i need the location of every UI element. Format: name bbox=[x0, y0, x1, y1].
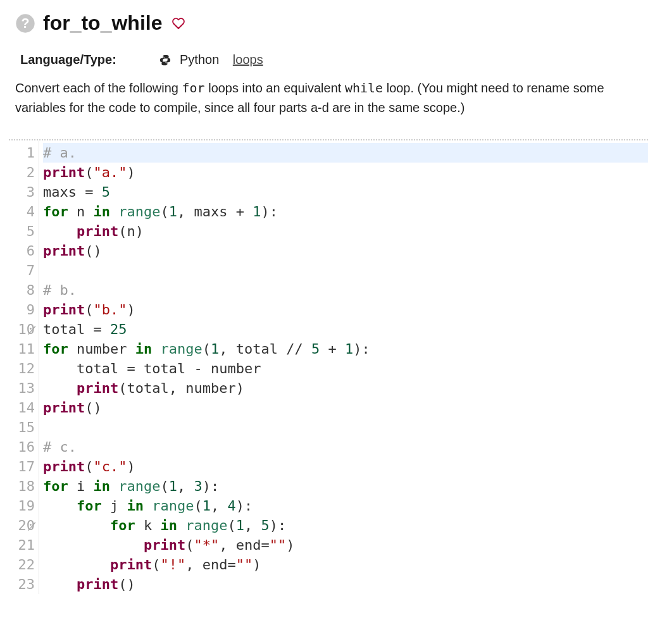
line-number: 17 bbox=[15, 457, 35, 476]
code-line: for k in range(1, 5): bbox=[43, 516, 648, 535]
title-row: ? for_to_while bbox=[15, 0, 633, 35]
tag-link-loops[interactable]: loops bbox=[233, 53, 263, 67]
language-name: Python bbox=[180, 53, 219, 67]
code-line: for n in range(1, maxs + 1): bbox=[43, 202, 648, 221]
desc-code-while: while bbox=[345, 80, 383, 96]
line-number: 1 bbox=[15, 143, 35, 163]
line-number: 11 bbox=[15, 339, 35, 359]
line-number: 18 bbox=[15, 476, 35, 496]
line-number: 12 bbox=[15, 359, 35, 378]
code-line: for j in range(1, 4): bbox=[43, 496, 648, 516]
code-line: print(total, number) bbox=[43, 378, 648, 398]
meta-label: Language/Type: bbox=[20, 53, 153, 67]
line-number: 14 bbox=[15, 398, 35, 418]
line-number: 6 bbox=[15, 241, 35, 261]
line-number: 9 bbox=[15, 300, 35, 319]
svg-point-2 bbox=[163, 56, 164, 57]
line-number: 2 bbox=[15, 163, 35, 182]
line-number: 4 bbox=[15, 202, 35, 221]
svg-point-3 bbox=[166, 63, 168, 65]
code-line: print("a.") bbox=[43, 163, 648, 182]
line-number: 13 bbox=[15, 378, 35, 398]
page-title: for_to_while bbox=[43, 11, 162, 35]
help-icon: ? bbox=[15, 13, 35, 34]
line-number: 10̷ bbox=[15, 319, 35, 339]
code-line: print() bbox=[43, 241, 648, 261]
code-editor[interactable]: 12345678910̷11121314151617181920̷212223 … bbox=[9, 139, 648, 594]
line-number: 8 bbox=[15, 280, 35, 300]
code-line: total = 25 bbox=[43, 319, 648, 339]
favorite-button[interactable] bbox=[170, 15, 187, 32]
code-line: # a. bbox=[43, 143, 648, 163]
code-line: print() bbox=[43, 574, 648, 594]
code-line: print() bbox=[43, 398, 648, 418]
line-number: 21 bbox=[15, 535, 35, 555]
code-line bbox=[43, 261, 648, 280]
code-line bbox=[43, 418, 648, 437]
code-line: print(n) bbox=[43, 221, 648, 241]
code-line: print("b.") bbox=[43, 300, 648, 319]
code-line: total = total - number bbox=[43, 359, 648, 378]
code-line: for number in range(1, total // 5 + 1): bbox=[43, 339, 648, 359]
line-number: 22 bbox=[15, 555, 35, 574]
code-line: print("c.") bbox=[43, 457, 648, 476]
code-line: for i in range(1, 3): bbox=[43, 476, 648, 496]
code-content[interactable]: # a.print("a.")maxs = 5for n in range(1,… bbox=[39, 140, 648, 594]
desc-code-for: for bbox=[182, 80, 205, 96]
line-number-gutter: 12345678910̷11121314151617181920̷212223 bbox=[9, 140, 39, 594]
python-icon bbox=[158, 53, 172, 67]
page: ? for_to_while Language/Type: Python loo… bbox=[0, 0, 648, 594]
meta-row: Language/Type: Python loops bbox=[15, 53, 633, 67]
code-line: maxs = 5 bbox=[43, 182, 648, 202]
line-number: 23 bbox=[15, 574, 35, 594]
code-line: # b. bbox=[43, 280, 648, 300]
code-line: # c. bbox=[43, 437, 648, 457]
line-number: 3 bbox=[15, 182, 35, 202]
line-number: 5 bbox=[15, 221, 35, 241]
desc-part-1: Convert each of the following bbox=[15, 81, 182, 95]
line-number: 7 bbox=[15, 261, 35, 280]
problem-description: Convert each of the following for loops … bbox=[15, 78, 633, 118]
line-number: 15 bbox=[15, 418, 35, 437]
line-number: 19 bbox=[15, 496, 35, 516]
code-line: print("!", end="") bbox=[43, 555, 648, 574]
line-number: 20̷ bbox=[15, 516, 35, 535]
code-line: print("*", end="") bbox=[43, 535, 648, 555]
desc-part-2: loops into an equivalent bbox=[205, 81, 345, 95]
svg-text:?: ? bbox=[21, 15, 29, 30]
line-number: 16 bbox=[15, 437, 35, 457]
